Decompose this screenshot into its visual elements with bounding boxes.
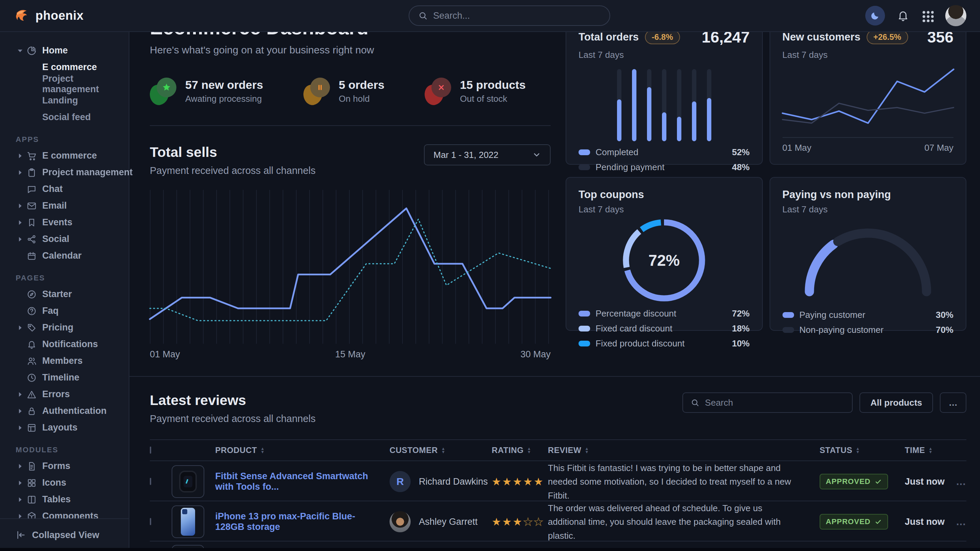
product-link[interactable]: iPhone 13 pro max-Pacific Blue-128GB sto… [215,511,390,532]
column-header-review[interactable]: REVIEW▲▼ [548,446,819,455]
phoenix-logo-icon [14,8,30,24]
status-badge: APPROVED [819,474,888,489]
total-orders-bar-chart[interactable] [579,60,750,144]
question-icon [27,306,37,316]
sidebar-item-e-commerce[interactable]: E commerce [0,148,129,164]
theme-toggle-button[interactable] [865,6,885,25]
review-time: Just now [905,517,956,527]
caret-right-icon [16,235,24,244]
paying-gauge-chart[interactable] [783,215,954,307]
legend-swatch [579,311,590,316]
select-all-checkbox[interactable] [150,446,151,454]
sort-icon: ▲▼ [527,447,531,454]
sidebar-item-members[interactable]: Members [0,353,129,369]
sort-icon: ▲▼ [441,447,445,454]
date-range-select[interactable]: Mar 1 - 31, 2022 [424,144,550,165]
sidebar-item-social[interactable]: Social [0,231,129,248]
sidebar-item-home[interactable]: Home [0,42,129,59]
legend-row: Non-paying customer 70% [783,322,954,337]
reviews-more-button[interactable]: … [940,392,966,413]
total-sells-chart[interactable] [150,190,550,344]
legend-swatch [783,327,794,333]
sidebar-item-landing[interactable]: Landing [0,92,129,109]
sidebar-item-email[interactable]: Email [0,197,129,214]
row-more-button[interactable]: … [956,476,972,487]
sidebar-item-starter[interactable]: Starter [0,286,129,303]
paying-card: Paying vs non paying Last 7 days Paying … [770,177,967,331]
table-row[interactable]: iPhone 13 pro max-Pacific Blue-128GB sto… [150,501,966,541]
column-header-product[interactable]: PRODUCT▲▼ [215,446,390,455]
sort-icon: ▲▼ [261,447,264,454]
caret-right-icon [16,407,24,416]
product-thumbnail-iphone-photo[interactable] [172,505,204,538]
customer-cell[interactable]: Ashley Garrett [390,511,492,532]
latest-reviews-section: Latest reviews Payment received across a… [150,392,966,551]
donut-center-label: 72% [648,251,680,270]
row-checkbox[interactable] [150,478,151,485]
all-products-button[interactable]: All products [859,392,933,413]
review-time: Just now [905,476,956,487]
reviews-search-input[interactable] [705,397,845,408]
column-header-rating[interactable]: RATING▲▼ [492,446,548,455]
sidebar-item-project-management[interactable]: Project management [0,164,129,181]
sidebar-item-social-feed[interactable]: Social feed [0,109,129,125]
user-avatar[interactable] [945,5,966,26]
pause-icon [315,83,325,92]
reviews-search[interactable] [682,392,853,413]
customer-cell[interactable]: R Richard Dawkins [390,471,492,492]
column-header-time[interactable]: TIME▲▼ [905,446,956,455]
sidebar-item-layouts[interactable]: Layouts [0,419,129,436]
sidebar-item-timeline[interactable]: Timeline [0,369,129,386]
sidebar-item-calendar[interactable]: Calendar [0,248,129,264]
sidebar-item-notifications[interactable]: Notifications [0,336,129,353]
row-checkbox[interactable] [150,518,151,525]
paying-title: Paying vs non paying [783,189,891,201]
dashboard-left-column: Ecommerce Dashboard Here's what's going … [150,16,550,360]
collapse-view-button[interactable]: Collapsed View [0,518,129,551]
x-axis-label: 07 May [924,143,953,153]
file-icon [27,461,37,472]
caret-right-icon [16,168,24,177]
column-header-status[interactable]: STATUS▲▼ [819,446,905,455]
sidebar-item-forms[interactable]: Forms [0,458,129,475]
compass-icon [27,289,37,300]
review-text: This Fitbit is fantastic! I was trying t… [548,461,819,502]
total-orders-legend: Completed 52% Pending payment 48% [579,144,750,175]
order-bar [632,69,636,141]
envelope-icon [27,201,37,211]
row-more-button[interactable]: … [956,516,972,527]
total-orders-caption: Last 7 days [579,50,750,60]
sidebar-item-icons[interactable]: Icons [0,475,129,491]
users-icon [27,356,37,366]
sidebar-item-authentication[interactable]: Authentication [0,403,129,419]
global-search[interactable] [409,5,610,26]
brand-logo[interactable]: phoenix [14,8,84,24]
sidebar-item-events[interactable]: Events [0,214,129,231]
order-bar [692,69,696,141]
product-thumbnail-smartwatch-photo[interactable] [172,465,204,498]
global-search-input[interactable] [433,11,601,21]
paying-legend: Paying customer 30% Non-paying customer … [783,307,954,337]
top-coupons-donut-chart[interactable]: 72% [579,215,750,306]
legend-label: Fixed card discount [595,323,672,334]
notifications-button[interactable] [897,9,910,22]
top-coupons-title: Top coupons [579,189,644,201]
sidebar-item-faq[interactable]: Faq [0,303,129,319]
sidebar-item-errors[interactable]: Errors [0,386,129,403]
sidebar-item-project-management[interactable]: Project management [0,76,129,92]
total-sells-subtitle: Payment received across all channels [150,165,316,176]
product-link[interactable]: Fitbit Sense Advanced Smartwatch with To… [215,471,390,492]
section-divider [129,376,980,377]
x-axis-label: 01 May [150,349,180,360]
new-customers-chart[interactable] [783,64,954,135]
new-customers-x-axis: 01 May07 May [783,137,954,153]
sidebar-item-pricing[interactable]: Pricing [0,319,129,336]
sidebar-item-chat[interactable]: Chat [0,181,129,197]
iphone-image [181,508,195,536]
sidebar-item-tables[interactable]: Tables [0,491,129,508]
column-header-customer[interactable]: CUSTOMER▲▼ [390,446,492,455]
table-row[interactable]: Fitbit Sense Advanced Smartwatch with To… [150,461,966,501]
caret-right-icon [16,218,24,227]
apps-menu-button[interactable] [921,10,934,22]
share-icon [27,234,37,245]
